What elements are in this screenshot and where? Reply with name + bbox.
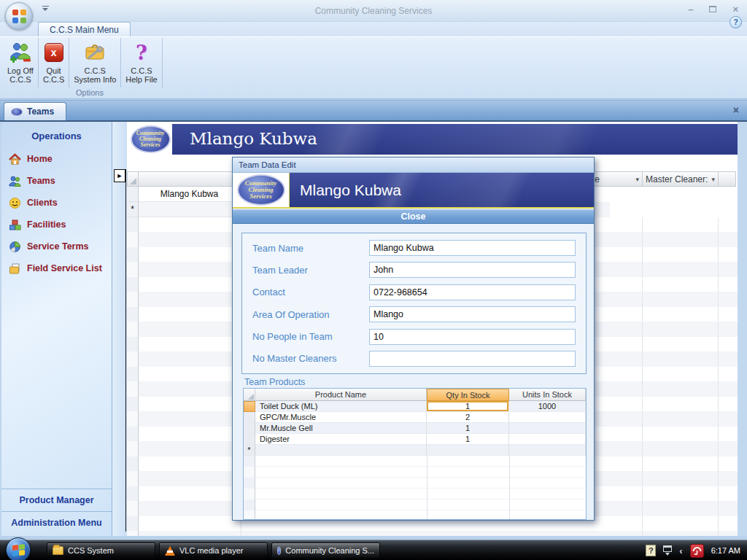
team-name-input[interactable]	[369, 240, 576, 256]
team-fields-group: Team Name Team Leader Contact Area Of Op…	[241, 233, 587, 374]
close-button[interactable]: ×	[732, 4, 738, 15]
question-mark-icon: ?	[136, 42, 147, 64]
row-selector[interactable]	[244, 434, 255, 445]
titlebar: Community Cleaning Services – ×	[0, 0, 747, 22]
ribbon-group-options: Log Off C.C.S x Quit C.C.S	[3, 38, 177, 98]
sidebar-item-label: Field Service List	[27, 263, 102, 273]
row-selector-current[interactable]	[244, 401, 255, 412]
field-label: Contact	[252, 287, 369, 298]
tray-expand-icon[interactable]: ‹	[679, 545, 682, 556]
team-data-edit-dialog: Team Data Edit CommunityCleaningServices…	[232, 157, 595, 521]
team-name-cell-empty[interactable]	[139, 202, 241, 217]
log-off-button[interactable]: Log Off C.C.S	[3, 38, 39, 88]
row-selector[interactable]	[244, 423, 255, 434]
no-people-in-team-input[interactable]	[369, 329, 576, 345]
column-header-master-cleaners[interactable]: Master Cleaner: ▾	[643, 171, 719, 187]
column-header-units-in-stock[interactable]: Units In Stock	[509, 389, 586, 401]
sidebar-item-product-manager[interactable]: Product Manager	[1, 489, 112, 511]
new-product-row[interactable]: *	[244, 445, 586, 456]
quick-access-customize-icon[interactable]	[42, 6, 49, 11]
record-selector-icon: ►	[114, 169, 125, 182]
column-header-product-name[interactable]: Product Name	[255, 389, 427, 401]
cubes-icon	[9, 219, 21, 231]
dropdown-icon[interactable]: ▾	[711, 176, 718, 183]
tab-teams-label: Teams	[27, 106, 54, 117]
no-master-cleaners-input[interactable]	[369, 351, 576, 367]
contact-input[interactable]	[369, 284, 576, 300]
product-row[interactable]: Toilet Duck (ML) 1 1000	[244, 401, 586, 412]
dialog-titlebar[interactable]: Team Data Edit	[233, 158, 594, 173]
taskbar-button-ccs-app[interactable]: Community Cleaning S...	[271, 542, 380, 559]
teams-icon	[9, 175, 21, 187]
office-button[interactable]	[5, 2, 33, 30]
tab-ccs-main-menu[interactable]: C.C.S Main Menu	[38, 22, 131, 36]
form-title: Mlango Kubwa	[172, 124, 738, 155]
quit-button[interactable]: x Quit C.C.S	[39, 38, 69, 88]
field-label: No People in Team	[252, 331, 369, 342]
dialog-close-button[interactable]: Close	[233, 209, 594, 224]
sidebar-item-teams[interactable]: Teams	[1, 170, 112, 192]
products-empty-area	[244, 456, 586, 519]
restore-button[interactable]	[709, 6, 716, 12]
help-file-label-line2: Help File	[125, 75, 157, 84]
sidebar-item-clients[interactable]: Clients	[1, 192, 112, 214]
sidebar-item-facilities[interactable]: Facilities	[1, 214, 112, 236]
sidebar-item-label: Service Terms	[27, 241, 89, 252]
sidebar-item-administration-menu[interactable]: Administration Menu	[1, 511, 112, 534]
product-row[interactable]: Mr.Muscle Gell 1	[244, 423, 586, 434]
column-header-qty-in-stock[interactable]: Qty In Stock	[427, 389, 509, 401]
app-window: Community Cleaning Services – × C.C.S Ma…	[0, 0, 747, 560]
area-of-operation-input[interactable]	[369, 306, 576, 322]
new-record-icon[interactable]: *	[127, 202, 139, 217]
clock[interactable]: 6:17 AM	[711, 546, 740, 555]
tab-teams[interactable]: Teams	[4, 102, 66, 120]
dropdown-icon[interactable]: ▾	[635, 176, 642, 183]
products-select-all[interactable]	[244, 389, 255, 401]
selected-cell[interactable]: 1	[427, 401, 509, 412]
quit-label-line1: Quit	[46, 66, 61, 75]
team-name-cell[interactable]: Mlango Kubwa	[139, 187, 241, 202]
field-no-people-in-team: No People in Team	[252, 329, 576, 345]
datasheet-select-all[interactable]	[127, 171, 139, 187]
field-team-name: Team Name	[252, 240, 576, 256]
folder-page-icon	[9, 262, 21, 275]
product-row[interactable]: GPC/Mr.Muscle 2	[244, 412, 586, 423]
taskbar-button-ccs-system[interactable]: CCS System	[47, 542, 155, 559]
log-off-label-line1: Log Off	[7, 66, 34, 75]
sidebar-item-service-terms[interactable]: Service Terms	[1, 236, 112, 257]
sidebar-item-home[interactable]: Home	[1, 148, 112, 170]
sidebar-header: Operations	[1, 122, 112, 148]
field-label: Team Name	[252, 243, 369, 254]
row-selector[interactable]	[127, 187, 139, 202]
ribbon-tab-strip: C.C.S Main Menu	[0, 22, 747, 36]
tray-help-icon[interactable]: ?	[646, 545, 656, 556]
new-record-icon[interactable]: *	[244, 445, 255, 456]
system-tray: ? ‹ 6:17 AM	[646, 540, 740, 560]
tray-display-icon[interactable]	[663, 545, 672, 556]
home-icon	[9, 153, 21, 166]
windows-logo-icon	[12, 544, 25, 556]
tab-close-icon[interactable]: ×	[733, 104, 739, 116]
system-info-button[interactable]: C.C.S System Info	[69, 38, 121, 88]
dialog-title-text: Mlango Kubwa	[290, 173, 594, 207]
folder-icon	[53, 546, 63, 555]
office-logo-icon	[12, 9, 26, 23]
taskbar-button-vlc[interactable]: VLC media player	[159, 542, 268, 559]
start-button[interactable]	[6, 537, 31, 560]
avira-antivirus-icon[interactable]	[690, 544, 704, 558]
minimize-button[interactable]: –	[688, 4, 693, 15]
form-header: CommunityCleaningServices Mlango Kubwa	[128, 124, 738, 155]
team-products-label: Team Products	[244, 377, 305, 387]
log-off-users-icon	[9, 40, 32, 65]
ribbon-group-label: Options	[3, 88, 177, 97]
sidebar-item-field-service-list[interactable]: Field Service List	[1, 257, 112, 279]
help-file-button[interactable]: ? C.C.S Help File	[121, 38, 162, 88]
product-row[interactable]: Digester 1	[244, 434, 586, 445]
row-selector[interactable]	[244, 412, 255, 423]
team-leader-input[interactable]	[369, 262, 576, 278]
ccs-logo-icon: CommunityCleaningServices	[131, 125, 171, 153]
window-title: Community Cleaning Services	[0, 6, 747, 16]
help-icon[interactable]: ?	[729, 16, 742, 28]
field-label: No Master Cleaners	[252, 353, 369, 364]
system-info-label-line2: System Info	[74, 75, 116, 84]
